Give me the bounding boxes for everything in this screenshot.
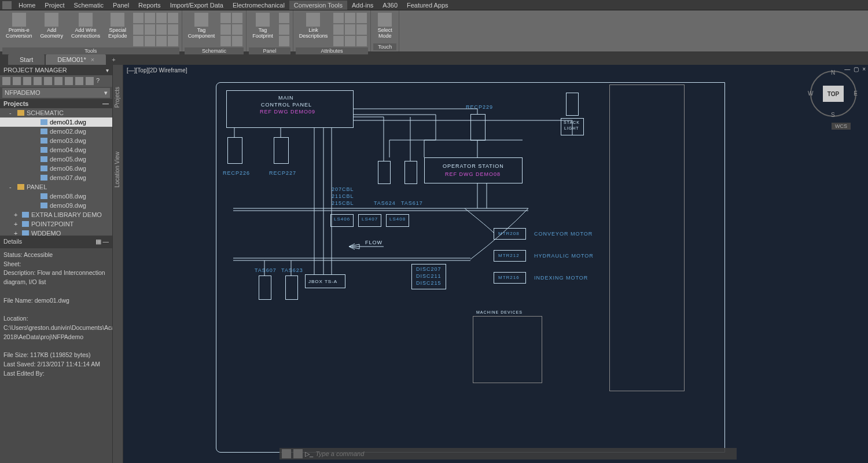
- pm-help-icon[interactable]: ?: [96, 77, 104, 85]
- tree-item[interactable]: -PANEL: [0, 182, 112, 192]
- tree-item[interactable]: demo04.dwg: [0, 145, 112, 155]
- project-manager-panel: PROJECT MANAGER ▾ ? NFPADEMO▾ Projects— …: [0, 65, 113, 463]
- pm-tool-2[interactable]: [13, 77, 21, 85]
- small-tool-5[interactable]: [133, 24, 144, 35]
- command-input[interactable]: [315, 450, 734, 457]
- drawing-canvas[interactable]: [—][Top][2D Wireframe] —▢× TOP N S E W W…: [123, 65, 868, 463]
- menu-electromechanical[interactable]: Electromechanical: [228, 1, 289, 10]
- special-explode-button[interactable]: SpecialExplode: [105, 12, 131, 41]
- tree-item[interactable]: demo09.dwg: [0, 201, 112, 210]
- vp-close-icon[interactable]: ×: [862, 66, 866, 72]
- ribbon: Promis-eConversion AddGeometry Add WireC…: [0, 10, 868, 52]
- pm-tool-4[interactable]: [34, 77, 42, 85]
- operator-station: [424, 157, 523, 183]
- small-tool-12[interactable]: [168, 36, 178, 46]
- detail-fname: File Name: demo01.dwg: [3, 296, 109, 306]
- pm-tool-5[interactable]: [44, 77, 52, 85]
- pm-tool-6[interactable]: [54, 77, 62, 85]
- menu-import-export[interactable]: Import/Export Data: [165, 1, 228, 10]
- group-label-panel: Panel: [249, 47, 290, 54]
- menu-addins[interactable]: Add-ins: [347, 1, 378, 10]
- promise-conversion-button[interactable]: Promis-eConversion: [2, 12, 36, 41]
- small-tool-6[interactable]: [145, 24, 155, 35]
- tab-start[interactable]: Start: [8, 54, 45, 65]
- tree-item[interactable]: demo01.dwg: [0, 117, 112, 127]
- io-list-table: [609, 84, 685, 391]
- tree-item[interactable]: demo05.dwg: [0, 155, 112, 164]
- small-tool-7[interactable]: [156, 24, 167, 35]
- pm-tool-9[interactable]: [86, 77, 94, 85]
- tag-component-button[interactable]: TagComponent: [185, 12, 219, 41]
- side-tab-location[interactable]: Location View: [113, 147, 122, 192]
- tree-item[interactable]: demo03.dwg: [0, 136, 112, 145]
- schematic-sheet: MAIN CONTROL PANEL REF DWG DEMO09 RECP22…: [216, 82, 852, 453]
- pm-tool-1[interactable]: [2, 77, 10, 85]
- details-header: Details: [3, 237, 22, 247]
- viewport-label[interactable]: [—][Top][2D Wireframe]: [127, 67, 187, 74]
- small-tool-3[interactable]: [156, 13, 167, 23]
- ribbon-group-panel: TagFootprint Panel: [247, 10, 293, 52]
- menu-project[interactable]: Project: [40, 1, 69, 10]
- touch-icon: [378, 13, 392, 27]
- schematic-small: [219, 12, 244, 47]
- menu-featured-apps[interactable]: Featured Apps: [402, 1, 453, 10]
- side-tab-projects[interactable]: Projects: [113, 82, 122, 112]
- tree-item[interactable]: +WDDEMO: [0, 229, 112, 236]
- pm-tool-7[interactable]: [65, 77, 73, 85]
- tag-footprint-button[interactable]: TagFootprint: [249, 12, 277, 41]
- projects-header[interactable]: Projects—: [0, 99, 112, 108]
- menu-reports[interactable]: Reports: [134, 1, 165, 10]
- link-descriptions-button[interactable]: LinkDescriptions: [296, 12, 332, 41]
- project-select[interactable]: NFPADEMO▾: [2, 88, 110, 98]
- small-tool-11[interactable]: [156, 36, 167, 46]
- tree-item[interactable]: demo07.dwg: [0, 173, 112, 182]
- tas607: [259, 275, 271, 300]
- ribbon-group-attributes: LinkDescriptions Attributes: [293, 10, 372, 52]
- pm-menu-icon[interactable]: ▾: [106, 67, 109, 74]
- detail-desc: Description: Flow and Interconnection di…: [3, 269, 109, 287]
- footprint-icon: [256, 13, 270, 27]
- details-opt-icon[interactable]: ▦: [95, 238, 101, 245]
- small-tool-8[interactable]: [168, 24, 178, 35]
- menu-home[interactable]: Home: [14, 1, 40, 10]
- small-tool-1[interactable]: [133, 13, 144, 23]
- tab-close-icon[interactable]: ×: [91, 56, 94, 63]
- group-label-attributes: Attributes: [296, 47, 369, 54]
- detail-saved: Last Saved: 2/13/2017 11:41:14 AM: [3, 360, 109, 369]
- menu-panel[interactable]: Panel: [108, 1, 134, 10]
- cmd-opt-icon[interactable]: [293, 449, 303, 458]
- menu-schematic[interactable]: Schematic: [69, 1, 108, 10]
- add-tab-button[interactable]: +: [107, 54, 120, 65]
- tree-item[interactable]: -SCHEMATIC: [0, 108, 112, 117]
- tree-item[interactable]: +POINT2POINT: [0, 219, 112, 229]
- add-wire-button[interactable]: Add WireConnections: [68, 12, 104, 41]
- tree-item[interactable]: demo02.dwg: [0, 127, 112, 136]
- details-min-icon[interactable]: —: [103, 238, 109, 245]
- pm-tool-8[interactable]: [75, 77, 83, 85]
- small-tool-9[interactable]: [133, 36, 144, 46]
- menu-conversion-tools[interactable]: Conversion Tools: [289, 1, 347, 10]
- add-geometry-button[interactable]: AddGeometry: [37, 12, 67, 41]
- recp229: [470, 114, 486, 141]
- app-menu-icon[interactable]: [2, 1, 12, 9]
- tree-item[interactable]: +EXTRA LIBRARY DEMO: [0, 210, 112, 219]
- small-tool-4[interactable]: [168, 13, 178, 23]
- stack-light: [566, 93, 579, 116]
- group-label-schematic: Schematic: [185, 47, 244, 54]
- detail-sheet: Sheet:: [3, 260, 109, 269]
- tree-item[interactable]: demo06.dwg: [0, 164, 112, 173]
- attr-small: [332, 12, 368, 47]
- recp226: [227, 137, 242, 164]
- select-mode-button[interactable]: SelectMode: [373, 12, 396, 41]
- small-tool-10[interactable]: [145, 36, 155, 46]
- ribbon-group-tools: Promis-eConversion AddGeometry Add WireC…: [0, 10, 182, 52]
- cmd-close-icon[interactable]: [282, 449, 291, 458]
- link-icon: [306, 13, 320, 27]
- promise-icon: [12, 13, 26, 27]
- menu-a360[interactable]: A360: [378, 1, 402, 10]
- tree-item[interactable]: demo08.dwg: [0, 192, 112, 201]
- tab-demo01[interactable]: DEMO01*×: [46, 54, 106, 65]
- pm-tool-3[interactable]: [23, 77, 31, 85]
- small-tool-2[interactable]: [145, 13, 155, 23]
- ribbon-group-touch: SelectMode Touch: [371, 10, 399, 52]
